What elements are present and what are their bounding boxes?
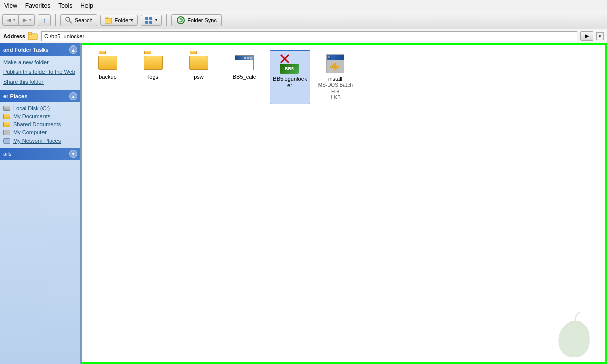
file-item-install[interactable]: install MS-DOS Batch File 1 KB [315, 50, 356, 104]
my-network-label: My Network Places [13, 138, 61, 144]
places-local-disk[interactable]: Local Disk (C:) [3, 104, 77, 112]
toolbar: ◄ ▾ ► ▾ ↑ Search Folders [0, 11, 607, 29]
places-section-header[interactable]: er Places ▲ [0, 90, 80, 102]
svg-rect-3 [105, 17, 108, 19]
folder-tab [144, 51, 151, 54]
folder-body [189, 56, 208, 70]
apple-logo-svg [555, 312, 595, 360]
forward-dropdown-icon: ▾ [29, 18, 31, 22]
folder-body [98, 56, 117, 70]
folder-tab [99, 51, 106, 54]
my-computer-label: My Computer [13, 129, 47, 135]
publish-folder-link[interactable]: Publish this folder to the Web [3, 67, 77, 77]
batch-icon-content [327, 60, 344, 73]
svg-rect-19 [338, 66, 339, 68]
menu-bar: View Favorites Tools Help [0, 0, 607, 11]
forward-arrow-icon: ► [22, 16, 28, 24]
back-arrow-icon: ◄ [6, 16, 12, 24]
address-bar: Address ▶ ▾ [0, 29, 607, 43]
details-section-header[interactable]: ails ▼ [0, 148, 80, 160]
folder-body [144, 56, 163, 70]
address-dropdown-button[interactable]: ▾ [596, 32, 604, 40]
local-disk-label: Local Disk (C:) [13, 105, 50, 111]
install-label: install [328, 76, 342, 82]
calc-btn1 [244, 57, 246, 59]
install-type-label: MS-DOS Batch File [318, 82, 353, 95]
backup-folder-icon [98, 54, 118, 72]
svg-line-1 [69, 21, 72, 23]
places-my-network[interactable]: My Network Places [3, 136, 77, 145]
places-shared-documents[interactable]: Shared Documents [3, 120, 77, 128]
share-folder-link[interactable]: Share this folder [3, 77, 77, 87]
install-size-label: 1 KB [330, 95, 341, 101]
svg-rect-5 [149, 17, 152, 20]
toolbar-separator-2 [166, 14, 167, 26]
places-collapse-button[interactable]: ▲ [69, 92, 77, 100]
batch-icon-btn [328, 56, 331, 59]
places-my-documents[interactable]: My Documents [3, 112, 77, 120]
details-collapse-button[interactable]: ▼ [69, 150, 77, 158]
up-icon: ↑ [42, 16, 46, 24]
back-button[interactable]: ◄ ▾ [2, 14, 19, 26]
svg-point-0 [66, 17, 70, 21]
calc-titlebar [235, 56, 253, 60]
views-dropdown[interactable]: ▾ [155, 18, 157, 22]
up-button[interactable]: ↑ [38, 14, 51, 26]
bb5calc-label: BB5_calc [233, 74, 256, 80]
file-item-bb5logunlocker[interactable]: BB5 BB5logunlocker [270, 50, 310, 104]
places-section-title: er Places [3, 93, 27, 99]
calc-btn3 [250, 57, 252, 59]
bbs-icon: BB5 [280, 54, 300, 74]
folders-button[interactable]: Folders [100, 15, 138, 26]
calc-body [235, 60, 253, 70]
svg-point-20 [561, 329, 589, 355]
make-folder-link[interactable]: Make a new folder [3, 58, 77, 67]
svg-rect-18 [330, 66, 332, 68]
folder-sync-icon [176, 16, 185, 24]
bbs-logo-text: BB5 [285, 66, 294, 71]
local-disk-icon [3, 106, 10, 111]
tasks-collapse-button[interactable]: ▲ [69, 46, 77, 54]
tasks-section-content: Make a new folder Publish this folder to… [0, 56, 80, 89]
svg-rect-7 [149, 21, 152, 24]
file-item-bb5calc[interactable]: BB5_calc [224, 50, 265, 104]
logs-folder-icon [143, 54, 163, 72]
file-item-psw[interactable]: psw [179, 50, 219, 104]
search-label: Search [75, 17, 93, 23]
gear-icon [328, 61, 341, 72]
menu-favorites[interactable]: Favorites [23, 2, 52, 10]
views-button[interactable]: ▾ [141, 15, 162, 26]
menu-help[interactable]: Help [78, 2, 95, 10]
address-label: Address [3, 33, 25, 39]
places-my-computer[interactable]: My Computer [3, 128, 77, 136]
my-documents-icon [3, 114, 10, 119]
nav-buttons: ◄ ▾ ► ▾ [2, 14, 35, 26]
folder-sync-button[interactable]: Folder Sync [171, 14, 222, 26]
svg-rect-11 [28, 32, 32, 35]
search-button[interactable]: Search [60, 14, 97, 26]
menu-tools[interactable]: Tools [56, 2, 74, 10]
file-item-backup[interactable]: backup [88, 50, 128, 104]
backup-label: backup [99, 74, 116, 80]
folder-sync-label: Folder Sync [187, 17, 217, 23]
logs-label: logs [148, 74, 158, 80]
apple-watermark [555, 312, 595, 352]
forward-button[interactable]: ► ▾ [19, 14, 35, 26]
svg-rect-4 [145, 17, 148, 20]
calc-btn2 [247, 57, 249, 59]
my-computer-icon [3, 130, 10, 135]
menu-view[interactable]: View [2, 2, 19, 10]
folders-label: Folders [115, 17, 134, 23]
file-item-logs[interactable]: logs [133, 50, 174, 104]
my-network-icon [3, 138, 10, 144]
psw-folder-icon [189, 54, 209, 72]
tasks-section-header[interactable]: and Folder Tasks ▲ [0, 43, 80, 56]
address-input[interactable] [41, 31, 577, 41]
shared-documents-icon [3, 122, 10, 127]
file-grid: backup logs psw [88, 50, 600, 104]
places-section: er Places ▲ Local Disk (C:) My Documents… [0, 90, 80, 147]
file-area: backup logs psw [81, 43, 607, 364]
main-container: and Folder Tasks ▲ Make a new folder Pub… [0, 43, 607, 364]
places-section-content: Local Disk (C:) My Documents Shared Docu… [0, 102, 80, 147]
address-go-button[interactable]: ▶ [580, 31, 593, 41]
